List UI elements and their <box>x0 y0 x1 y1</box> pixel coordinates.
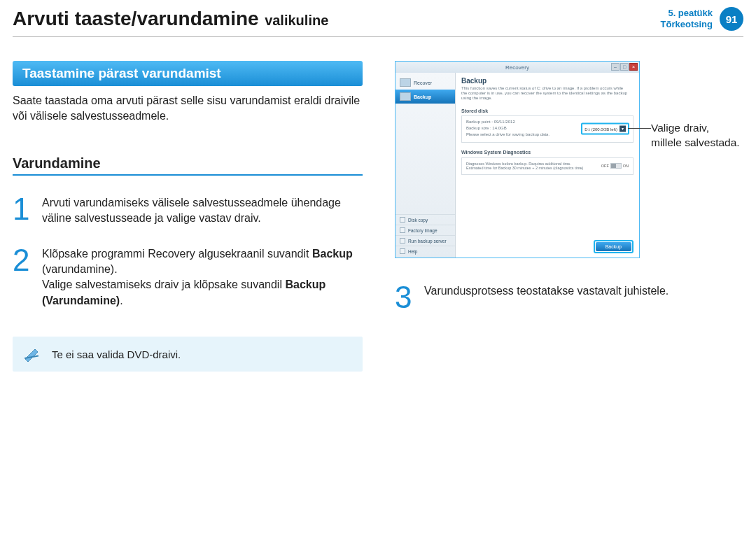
sidebar-label: Recover <box>414 80 432 85</box>
page-number-badge: 91 <box>720 7 743 31</box>
sidebar-link-label: Help <box>408 249 417 254</box>
toggle-on-label: ON <box>623 164 629 168</box>
sidebar-item-recover[interactable]: Recover <box>396 76 455 90</box>
recovery-window: Recovery – □ × Recover <box>395 61 640 258</box>
square-icon <box>400 217 405 223</box>
main-panel: Backup This function saves the current s… <box>456 73 639 258</box>
step-number: 2 <box>13 246 32 274</box>
window-controls: – □ × <box>611 63 638 71</box>
page-header: Arvuti taaste/varundamine valikuline 5. … <box>0 0 756 36</box>
step2-line2a: Valige salvestamiseks draiv ja klõpsake … <box>42 278 285 290</box>
main-description: This function saves the current status o… <box>461 86 628 101</box>
chevron-down-icon: ▾ <box>620 126 626 132</box>
chapter-label: 5. peatükk Tõrkeotsing <box>661 8 713 31</box>
step2-line1a: Klõpsake programmi Recovery algusekraani… <box>42 248 312 260</box>
backup-icon <box>400 92 411 101</box>
left-column: Taastamine pärast varundamist Saate taas… <box>13 61 370 372</box>
sidebar-link-help[interactable]: Help <box>396 246 455 256</box>
square-icon <box>400 248 405 254</box>
sidebar-label: Backup <box>414 94 431 99</box>
section-banner: Taastamine pärast varundamist <box>13 61 363 86</box>
step2-line2c: . <box>120 295 122 306</box>
diag-line1: Diagnoses Windows before backup. Require… <box>466 162 583 167</box>
page-title: Arvuti taaste/varundamine <box>13 8 259 29</box>
maximize-button[interactable]: □ <box>620 63 629 71</box>
step-2: 2 Klõpsake programmi Recovery algusekraa… <box>13 246 370 309</box>
header-right: 5. peatükk Tõrkeotsing 91 <box>661 7 743 31</box>
note-box: Te ei saa valida DVD-draivi. <box>13 337 363 372</box>
sidebar-link-diskcopy[interactable]: Disk copy <box>396 214 455 225</box>
note-text: Te ei saa valida DVD-draivi. <box>52 348 181 360</box>
step-text: Arvuti varundamiseks välisele salvestuss… <box>42 195 370 227</box>
toggle-off-label: OFF <box>601 164 609 168</box>
sidebar: Recover Backup Disk copy Factory Image R… <box>396 73 456 258</box>
window-body: Recover Backup Disk copy Factory Image R… <box>396 73 639 258</box>
backup-button[interactable]: Backup <box>596 242 631 251</box>
note-icon <box>24 346 42 362</box>
diag-line2: Estimated time for Backup 30 minutes + 2… <box>466 166 583 171</box>
sidebar-link-label: Factory Image <box>408 228 438 233</box>
diagnostics-label: Windows System Diagnostics <box>461 150 634 155</box>
window-title: Recovery <box>505 64 529 71</box>
sidebar-link-runbackup[interactable]: Run backup server <box>396 235 455 246</box>
page-title-group: Arvuti taaste/varundamine valikuline <box>13 8 328 30</box>
backup-button-highlight: Backup <box>594 240 634 253</box>
step2-bold1: Backup <box>312 248 353 260</box>
sidebar-link-label: Disk copy <box>408 218 428 223</box>
sidebar-link-factory[interactable]: Factory Image <box>396 225 455 235</box>
recover-icon <box>400 78 411 87</box>
subheading: Varundamine <box>13 155 363 176</box>
page-subtitle: valikuline <box>265 13 328 28</box>
diagnostics-panel: Diagnoses Windows before backup. Require… <box>461 157 634 175</box>
step-3: 3 Varundusprotsess teostatakse vastavalt… <box>395 283 743 311</box>
drive-value: D:\ (200.0GB left) <box>584 127 617 131</box>
window-titlebar: Recovery – □ × <box>396 62 639 73</box>
square-icon <box>400 238 405 244</box>
diagnostics-toggle[interactable]: OFF ON <box>601 163 629 169</box>
callout-text: Valige draiv, millele salvestada. <box>651 121 742 150</box>
step-text: Varundusprotsess teostatakse vastavalt j… <box>424 283 668 299</box>
right-column: Recovery – □ × Recover <box>395 61 743 372</box>
main-title: Backup <box>461 77 634 85</box>
toggle-switch-icon <box>610 163 622 169</box>
step-number: 1 <box>13 195 32 223</box>
callout-connector <box>628 128 651 129</box>
step2-line1c: (varundamine). <box>42 263 118 275</box>
close-button[interactable]: × <box>629 63 638 71</box>
minimize-button[interactable]: – <box>611 63 620 71</box>
drive-select-dropdown[interactable]: D:\ (200.0GB left) ▾ <box>581 123 629 135</box>
step-text: Klõpsake programmi Recovery algusekraani… <box>42 246 370 309</box>
diagnostics-text: Diagnoses Windows before backup. Require… <box>466 162 583 171</box>
content-area: Taastamine pärast varundamist Saate taas… <box>0 37 756 372</box>
chapter-line1: 5. peatükk <box>661 8 713 19</box>
square-icon <box>400 227 405 233</box>
sidebar-link-label: Run backup server <box>408 239 447 244</box>
step-1: 1 Arvuti varundamiseks välisele salvestu… <box>13 195 370 227</box>
sidebar-bottom: Disk copy Factory Image Run backup serve… <box>396 213 455 258</box>
chapter-line2: Tõrkeotsing <box>661 19 713 30</box>
step-number: 3 <box>395 283 414 311</box>
section-intro: Saate taastada oma arvuti pärast selle s… <box>13 93 370 125</box>
stored-disk-panel: Backup point : 09/11/2012 Backup size : … <box>461 115 634 143</box>
sidebar-item-backup[interactable]: Backup <box>396 90 455 104</box>
stored-disk-label: Stored disk <box>461 108 634 113</box>
